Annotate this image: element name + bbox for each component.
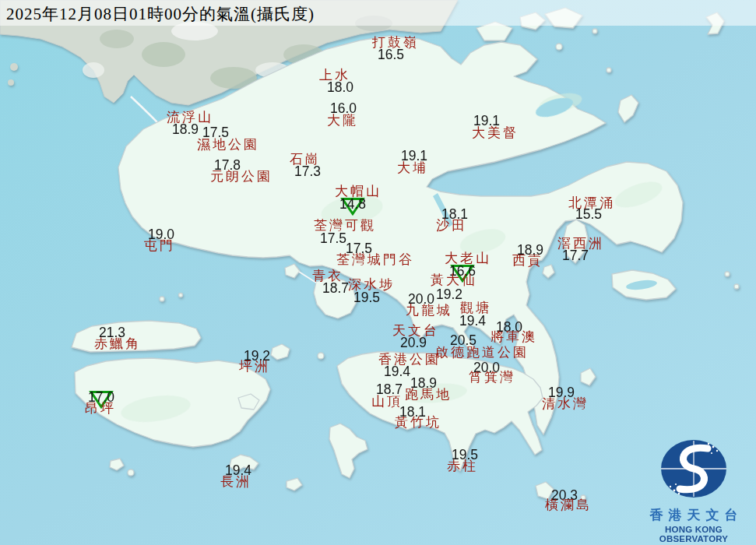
station-name-label: 山頂 [371,395,403,408]
station-name-label: 橫瀾島 [545,498,592,512]
temperature-map-screen: 2025年12月08日01時00分的氣溫(攝氏度) 16.5 打鼓嶺18.0 上… [0,0,756,545]
station-name-label: 西貢 [512,254,543,267]
station-name-label: 坪洲 [239,360,270,373]
station-name-label: 將軍澳 [491,330,537,343]
station-name-label: 北潭涌 [568,196,615,209]
station-temperature: 18.0 [327,81,353,95]
hko-logo-icon [651,436,737,501]
station-name-label: 屯門 [144,239,175,252]
station-name-label: 大隴 [327,114,358,127]
station-name-label: 昂坪 [85,402,116,415]
station-name-label: 觀塘 [460,301,491,315]
station-name-label: 清水灣 [542,397,589,410]
station-name-label: 長洲 [220,475,251,488]
station-name-label: 赤鱲角 [94,337,141,350]
station-name-label: 荃灣可觀 [314,219,376,232]
station-name-label: 上水 [319,69,350,82]
station-temperature: 17.7 [562,249,589,263]
station-name-label: 啟德跑道公園 [435,346,529,359]
station-name-label: 九龍城 [406,304,452,317]
station-name-label: 石崗 [290,153,321,166]
station-name-label: 元朗公園 [210,170,273,183]
station-name-label: 滘西洲 [557,237,604,250]
station-name-label: 大埔 [397,161,428,174]
station-temperature: 18.9 [172,123,199,137]
station-name-label: 黃大仙 [431,273,477,287]
hko-logo-english: HONG KONG OBSERVATORY [631,525,756,543]
station-name-label: 濕地公園 [197,138,259,151]
station-name-label: 打鼓嶺 [372,36,419,49]
station-name-label: 跑馬地 [405,388,452,401]
station-temperature: 17.5 [320,232,346,246]
station-temperature: 20.9 [400,336,427,350]
station-temperature: 16.5 [378,48,404,62]
station-temperature: 19.5 [353,291,380,305]
station-name-label: 筲箕灣 [469,371,515,384]
station-temperature: 19.4 [384,365,410,379]
station-temperature: 17.3 [294,165,321,179]
station-name-label: 赤柱 [447,459,478,473]
station-temperature: 19.2 [436,288,462,302]
hko-logo-chinese: 香港天文台 [631,506,756,524]
station-temperature: 18.7 [322,282,349,296]
station-name-label: 天文台 [392,324,439,337]
station-name-label: 香港公園 [378,353,441,366]
hko-logo: 香港天文台 HONG KONG OBSERVATORY [631,436,756,543]
station-temperature: 19.4 [459,315,486,329]
station-name-label: 荃灣城門谷 [336,253,414,266]
station-temperature: 14.8 [339,198,366,212]
station-name-label: 黃竹坑 [395,416,441,429]
station-name-label: 大老山 [445,251,491,265]
station-name-label: 深水埗 [348,278,395,291]
station-name-label: 青衣 [312,269,343,283]
station-name-label: 大美督 [472,126,519,139]
station-name-label: 沙田 [436,219,467,232]
station-name-label: 流浮山 [167,111,213,124]
station-name-label: 大帽山 [335,185,382,198]
